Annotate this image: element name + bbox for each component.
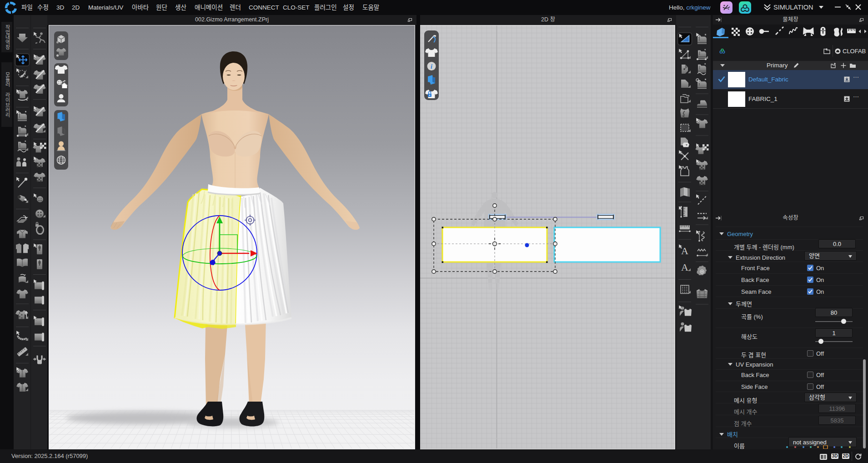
svg-text:i: i [431, 63, 432, 70]
